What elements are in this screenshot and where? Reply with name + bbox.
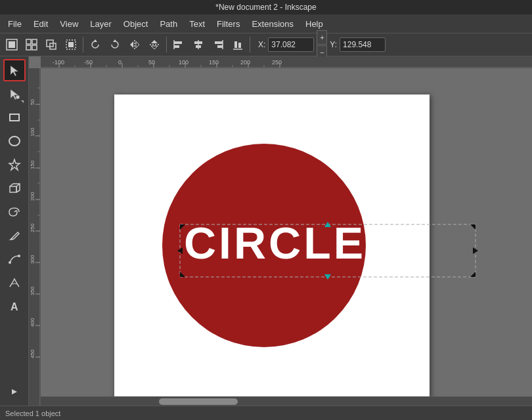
menu-help[interactable]: Help (300, 18, 328, 30)
text-tool[interactable]: A (3, 295, 26, 318)
x-increment-button[interactable]: + (317, 30, 327, 45)
calligraphy-tool[interactable] (3, 272, 26, 294)
align-right-icon[interactable] (209, 35, 227, 54)
toolbar: X: + − Y: (0, 33, 532, 56)
svg-text:250: 250 (30, 223, 35, 232)
y-input[interactable] (340, 37, 386, 52)
svg-marker-17 (151, 46, 158, 49)
sep1 (83, 37, 83, 52)
svg-rect-27 (234, 41, 237, 48)
handle-right[interactable] (473, 247, 478, 254)
sep3 (250, 37, 250, 52)
svg-text:250: 250 (272, 59, 282, 66)
h-scrollbar[interactable] (41, 396, 532, 406)
svg-rect-25 (217, 45, 223, 48)
flip-h-icon[interactable] (125, 35, 144, 54)
svg-text:150: 150 (209, 59, 219, 66)
h-scrollbar-thumb[interactable] (159, 398, 238, 405)
coord-bar: X: + − Y: (258, 30, 386, 60)
y-label: Y: (330, 40, 337, 49)
handle-bottomright[interactable] (470, 272, 476, 277)
toolbox: A (0, 56, 29, 406)
svg-marker-41 (12, 389, 17, 394)
pen-tool[interactable] (3, 248, 26, 270)
svg-text:400: 400 (30, 318, 35, 327)
menu-path[interactable]: Path (154, 18, 183, 30)
svg-marker-11 (113, 39, 117, 42)
ruler-top: -100 -50 0 50 100 150 200 250 (41, 56, 532, 68)
svg-rect-34 (10, 186, 16, 192)
svg-marker-16 (151, 40, 158, 43)
menu-file[interactable]: File (3, 18, 27, 30)
svg-text:200: 200 (30, 192, 35, 201)
svg-rect-24 (215, 41, 223, 44)
svg-marker-10 (93, 39, 97, 42)
svg-rect-4 (26, 45, 31, 50)
pencil-tool[interactable] (3, 224, 26, 247)
rotate-ccw-icon[interactable] (106, 35, 124, 54)
svg-rect-3 (32, 39, 37, 44)
svg-rect-2 (26, 39, 31, 44)
svg-rect-28 (238, 43, 241, 48)
svg-marker-33 (9, 159, 20, 170)
spiral-tool[interactable] (3, 201, 26, 223)
star-tool[interactable] (3, 154, 26, 176)
align-left-icon[interactable] (169, 35, 188, 54)
node-tool[interactable] (3, 83, 26, 105)
svg-text:50: 50 (148, 59, 155, 66)
svg-point-30 (16, 95, 20, 99)
flip-v-icon[interactable] (145, 35, 164, 54)
svg-marker-13 (130, 41, 133, 48)
svg-text:-50: -50 (84, 59, 93, 66)
svg-text:0: 0 (118, 59, 122, 66)
expand-toolbox-button[interactable] (3, 381, 26, 403)
select-touch-icon[interactable] (42, 35, 60, 54)
sep2 (166, 37, 167, 52)
select-all-icon[interactable] (3, 35, 21, 54)
menu-extensions[interactable]: Extensions (246, 18, 299, 30)
main-area: A -100 -50 0 50 100 150 (0, 56, 532, 406)
rectangle-tool[interactable] (3, 106, 26, 129)
svg-text:50: 50 (30, 99, 35, 105)
svg-rect-18 (174, 41, 182, 44)
menu-layer[interactable]: Layer (85, 18, 117, 30)
svg-text:350: 350 (30, 286, 35, 295)
x-input[interactable] (268, 37, 314, 52)
ellipse-tool[interactable] (3, 130, 26, 152)
svg-text:200: 200 (240, 59, 250, 66)
selector-tool[interactable] (3, 59, 26, 81)
svg-text:100: 100 (179, 59, 188, 66)
align-center-h-icon[interactable] (189, 35, 208, 54)
canvas-svg: CIRCLE (41, 68, 532, 396)
svg-marker-14 (136, 41, 139, 48)
3d-box-tool[interactable] (3, 177, 26, 200)
svg-text:A: A (11, 301, 18, 312)
circle-text[interactable]: CIRCLE (184, 218, 366, 268)
menu-filters[interactable]: Filters (211, 18, 245, 30)
svg-rect-5 (32, 45, 37, 50)
svg-text:150: 150 (30, 160, 35, 169)
svg-rect-1 (9, 41, 15, 48)
svg-rect-19 (174, 45, 179, 48)
svg-point-38 (9, 261, 11, 264)
svg-rect-9 (68, 42, 74, 47)
svg-text:-100: -100 (53, 59, 64, 66)
rotate-cw-icon[interactable] (86, 35, 104, 54)
select-same-icon[interactable] (22, 35, 41, 54)
menu-text[interactable]: Text (184, 18, 210, 30)
svg-point-39 (18, 255, 20, 257)
transform-icon[interactable] (62, 35, 80, 54)
align-bottom-icon[interactable] (229, 35, 247, 54)
ruler-left: 50 100 150 200 250 300 350 400 450 (29, 68, 41, 406)
canvas-area[interactable]: -100 -50 0 50 100 150 200 250 (29, 56, 532, 406)
menu-view[interactable]: View (55, 18, 83, 30)
svg-text:300: 300 (30, 255, 35, 264)
menu-object[interactable]: Object (118, 18, 154, 30)
titlebar: *New document 2 - Inkscape (0, 0, 532, 14)
handle-topright[interactable] (470, 224, 476, 230)
svg-text:450: 450 (30, 349, 35, 358)
x-label: X: (258, 40, 265, 49)
menu-edit[interactable]: Edit (28, 18, 53, 30)
title-text: *New document 2 - Inkscape (215, 3, 316, 12)
svg-point-32 (9, 136, 20, 146)
